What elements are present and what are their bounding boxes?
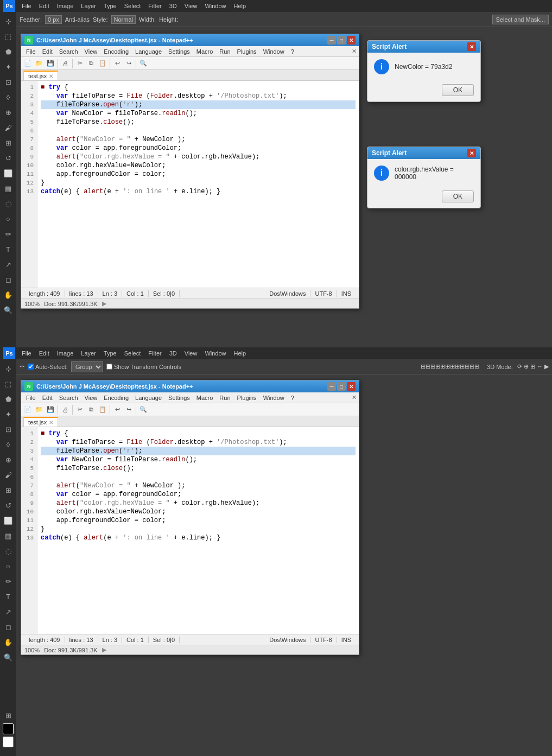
minimize-button-bottom[interactable]: ─ — [327, 382, 336, 391]
tool2-hand[interactable]: ✋ — [1, 635, 15, 649]
tool2-magic-wand[interactable]: ✦ — [1, 407, 15, 421]
tool2-move[interactable]: ⊹ — [1, 361, 15, 376]
npp-redo-top[interactable]: ↪ — [123, 58, 134, 69]
npp-tab-test-top[interactable]: test.jsx ✕ — [23, 71, 58, 80]
tool2-path-select[interactable]: ↗ — [1, 605, 15, 619]
npp-menu-view-bottom[interactable]: View — [82, 394, 100, 402]
ps-menu-image[interactable]: Image — [54, 2, 77, 10]
tool-pen[interactable]: ✏ — [1, 227, 15, 241]
npp-new-top[interactable]: 📄 — [22, 58, 33, 69]
tool-blur[interactable]: ◌ — [1, 196, 15, 211]
npp-menu-plugins-top[interactable]: Plugins — [234, 48, 259, 55]
ps2-menu-3d[interactable]: 3D — [166, 349, 180, 358]
npp-menu-help-top[interactable]: ? — [288, 48, 297, 55]
tool-zoom[interactable]: 🔍 — [1, 303, 15, 317]
ps2-menu-layer[interactable]: Layer — [78, 349, 99, 358]
npp-tab-close-bottom[interactable]: ✕ — [49, 420, 53, 425]
npp-copy-bottom[interactable]: ⧉ — [86, 404, 97, 415]
tool2-lasso[interactable]: ⬟ — [1, 392, 15, 406]
npp-print-bottom[interactable]: 🖨 — [60, 404, 71, 415]
npp-menu-plugins-bottom[interactable]: Plugins — [234, 394, 259, 402]
tool2-blur[interactable]: ◌ — [1, 544, 15, 558]
ps2-menu-help[interactable]: Help — [231, 349, 250, 358]
npp-open-bottom[interactable]: 📁 — [34, 404, 45, 415]
select-and-mask-button[interactable]: Select and Mask... — [492, 15, 549, 24]
tool-eraser[interactable]: ⬜ — [1, 166, 15, 180]
tool2-shape[interactable]: ◻ — [1, 620, 15, 634]
close-button-top[interactable]: ✕ — [347, 36, 356, 45]
npp-menu-file-top[interactable]: File — [23, 48, 39, 55]
npp-find-top[interactable]: 🔍 — [138, 58, 149, 69]
alert-1-close[interactable]: ✕ — [467, 42, 476, 51]
ps-menu-select[interactable]: Select — [121, 2, 144, 10]
tool-dodge[interactable]: ○ — [1, 212, 15, 226]
tool-eyedropper[interactable]: ◊ — [1, 90, 15, 104]
npp-save-bottom[interactable]: 💾 — [45, 404, 56, 415]
ps2-menu-window[interactable]: Window — [201, 349, 229, 358]
npp-menu-help-bottom[interactable]: ? — [288, 394, 297, 402]
npp-menu-settings-top[interactable]: Settings — [166, 48, 193, 55]
tool2-zoom[interactable]: 🔍 — [1, 650, 15, 664]
ps-menu-edit[interactable]: Edit — [36, 2, 53, 10]
tool-clone[interactable]: ⊞ — [1, 136, 15, 150]
tool2-text[interactable]: T — [1, 589, 15, 603]
npp-open-top[interactable]: 📁 — [34, 58, 45, 69]
ps-menu-filter[interactable]: Filter — [145, 2, 164, 10]
ps2-transform-checkbox[interactable] — [106, 364, 112, 370]
npp-undo-bottom[interactable]: ↩ — [112, 404, 123, 415]
close-button-bottom[interactable]: ✕ — [347, 382, 356, 391]
ps2-menu-edit[interactable]: Edit — [36, 349, 53, 358]
ps2-menu-image[interactable]: Image — [54, 349, 77, 358]
alert-2-close[interactable]: ✕ — [467, 149, 476, 157]
npp-find-bottom[interactable]: 🔍 — [138, 404, 149, 415]
tool-crop[interactable]: ⊡ — [1, 75, 15, 89]
npp-menu-encoding-top[interactable]: Encoding — [101, 48, 131, 55]
npp-menu-file-bottom[interactable]: File — [23, 394, 39, 402]
tool2-healing[interactable]: ⊕ — [1, 453, 15, 467]
tool2-brush[interactable]: 🖌 — [1, 468, 15, 482]
ps-menu-view[interactable]: View — [181, 2, 201, 10]
npp-close-bottom[interactable]: ✕ — [352, 394, 357, 401]
npp-cut-top[interactable]: ✂ — [74, 58, 85, 69]
tool-hand[interactable]: ✋ — [1, 288, 15, 302]
npp-menu-language-top[interactable]: Language — [132, 48, 164, 55]
background-color-2[interactable] — [3, 736, 14, 747]
npp-undo-top[interactable]: ↩ — [112, 58, 123, 69]
npp-save-top[interactable]: 💾 — [45, 58, 56, 69]
tool-healing[interactable]: ⊕ — [1, 105, 15, 119]
ps-menu-help[interactable]: Help — [231, 2, 250, 10]
ps-menu-window[interactable]: Window — [201, 2, 229, 10]
npp-close-top[interactable]: ✕ — [352, 48, 357, 55]
npp-tab-test-bottom[interactable]: test.jsx ✕ — [23, 417, 58, 427]
tool-history-brush[interactable]: ↺ — [1, 151, 15, 165]
tool-gradient[interactable]: ▦ — [1, 181, 15, 195]
npp-cut-bottom[interactable]: ✂ — [74, 404, 85, 415]
npp-menu-run-top[interactable]: Run — [217, 48, 233, 55]
npp-tab-close-top[interactable]: ✕ — [49, 73, 53, 79]
ps-menu-file[interactable]: File — [18, 2, 35, 10]
npp-copy-top[interactable]: ⧉ — [86, 58, 97, 69]
ps2-menu-select[interactable]: Select — [121, 349, 144, 358]
tool2-extra[interactable]: ⊞ — [1, 708, 15, 722]
tool-move[interactable]: ⊹ — [1, 14, 15, 28]
tool-path-select[interactable]: ↗ — [1, 257, 15, 271]
tool2-marquee[interactable]: ⬚ — [1, 377, 15, 391]
npp-menu-macro-bottom[interactable]: Macro — [194, 394, 216, 402]
npp-menu-search-bottom[interactable]: Search — [56, 394, 81, 402]
ps-menu-type[interactable]: Type — [100, 2, 120, 10]
npp-new-bottom[interactable]: 📄 — [22, 404, 33, 415]
tool-lasso[interactable]: ⬟ — [1, 45, 15, 59]
alert-2-ok-button[interactable]: OK — [442, 190, 474, 202]
npp-menu-settings-bottom[interactable]: Settings — [166, 394, 193, 402]
npp-redo-bottom[interactable]: ↪ — [123, 404, 134, 415]
tool-brush[interactable]: 🖌 — [1, 120, 15, 135]
ps-menu-3d[interactable]: 3D — [166, 2, 180, 10]
code-area-bottom[interactable]: ■ try { var fileToParse = File (Folder.d… — [37, 427, 359, 634]
npp-menu-run-bottom[interactable]: Run — [217, 394, 233, 402]
tool-marquee[interactable]: ⬚ — [1, 29, 15, 43]
maximize-button-bottom[interactable]: □ — [337, 382, 346, 391]
tool-shape[interactable]: ◻ — [1, 272, 15, 287]
tool-magic-wand[interactable]: ✦ — [1, 60, 15, 74]
npp-menu-language-bottom[interactable]: Language — [132, 394, 164, 402]
foreground-color-2[interactable] — [3, 723, 14, 734]
